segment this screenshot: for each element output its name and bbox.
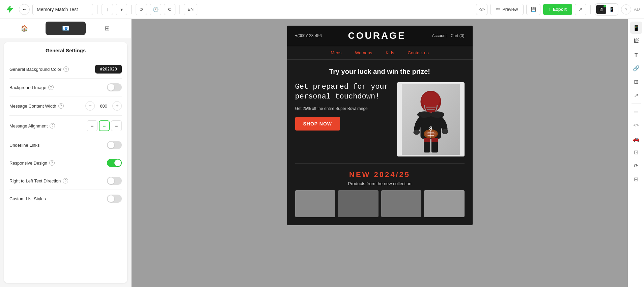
settings-tab[interactable]: 📧 [46,22,86,35]
nav-womens[interactable]: Womens [355,50,372,55]
setting-message-alignment: Message Alignment ? ≡ ≡ ≡ [9,116,122,136]
separator [131,5,132,14]
ad-label: AD [634,7,640,12]
image-panel-button[interactable]: 🖼 [630,35,642,47]
eye-icon: 👁 [496,7,500,12]
redo-button[interactable]: ↻ [164,4,175,15]
share-button[interactable]: ↗ [575,4,586,15]
help-icon[interactable]: ? [48,85,54,90]
align-right-button[interactable]: ≡ [111,120,122,131]
help-icon[interactable]: ? [50,123,55,128]
svg-point-6 [417,111,431,118]
email-divider [295,163,465,164]
setting-label: Underline Links [9,143,40,148]
mobile-view-button[interactable]: 📱 [607,5,617,14]
preview-button[interactable]: 👁 Preview [490,4,524,15]
language-selector[interactable]: EN [184,4,197,15]
setting-label-text: Message Content Width [9,104,56,109]
setting-label-text: Right to Left Text Direction [9,178,61,183]
divider-panel-button[interactable]: ═ [630,106,642,118]
export-button[interactable]: ↑ Export [543,4,572,15]
align-right-icon: ≡ [115,123,118,128]
timer-panel-button[interactable]: ⟳ [630,160,642,172]
cart-link: Cart (0) [451,33,465,38]
email-product-image: 8 [397,82,465,156]
desktop-btn-wrap: 🖥 [596,5,606,14]
dropdown-button[interactable]: ▾ [116,4,127,15]
text-panel-button[interactable]: T [630,49,642,61]
settings-icon: 📧 [62,25,69,32]
setting-label: Background Image ? [9,85,54,90]
width-decrease-button[interactable]: − [85,101,95,111]
help-icon[interactable]: ? [63,66,69,72]
share-panel-icon: ↗ [634,92,638,98]
nav-contact[interactable]: Contact us [408,50,429,55]
preview-label: Preview [502,7,518,12]
undo-button[interactable]: ↺ [136,4,147,15]
svg-point-7 [430,111,444,118]
code-view-button[interactable]: </> [476,4,487,15]
project-title-input[interactable] [32,4,93,15]
preview-area: +(000)123-456 COURAGE Account Cart (0) M… [132,19,628,287]
link-panel-button[interactable]: 🔗 [630,62,642,74]
email-phone: +(000)123-456 [295,33,322,38]
setting-background-image: Background Image ? [9,79,122,96]
help-icon[interactable]: ? [63,178,68,183]
svg-rect-18 [424,138,430,142]
setting-label-text: General Background Color [9,67,61,72]
setting-label: Message Content Width ? [9,103,64,109]
nav-mens[interactable]: Mens [331,50,341,55]
upload-button[interactable]: ↑ [102,4,113,15]
custom-list-styles-toggle[interactable] [107,195,122,203]
pages-tab[interactable]: 🏠 [4,22,44,35]
embed-panel-button[interactable]: ⊡ [630,146,642,158]
width-increase-button[interactable]: + [112,101,122,111]
align-center-button[interactable]: ≡ [99,120,110,131]
right-sidebar: 📱 🖼 T 🔗 ⊞ ↗ ═ </> 🚗 ⊡ ⟳ [628,19,644,287]
gallery-panel-button[interactable]: ⊟ [630,173,642,185]
background-image-toggle[interactable] [107,83,122,91]
share-icon: ↗ [579,7,583,12]
color-value: #202020 [100,67,117,71]
history-button[interactable]: 🕐 [150,4,161,15]
underline-links-toggle[interactable] [107,141,122,149]
nav-kids[interactable]: Kids [386,50,394,55]
rtl-toggle[interactable] [107,177,122,185]
help-icon[interactable]: ? [58,103,64,109]
separator [590,5,591,14]
save-button[interactable]: 💾 [526,4,540,15]
active-indicator [604,5,606,7]
panel-tabs: 🏠 📧 ⊞ [0,19,131,38]
email-new-section: NEW 2024/25 Products from the new collec… [295,170,465,190]
color-picker-button[interactable]: #202020 [95,65,122,74]
device-switcher: 🖥 📱 [595,3,618,16]
preview-panel-button[interactable]: 📱 [630,22,642,34]
align-left-icon: ≡ [91,123,93,128]
share-panel-button[interactable]: ↗ [630,89,642,101]
separator [179,5,180,14]
topbar-right-actions: </> 👁 Preview 💾 ↑ Export ↗ 🖥 📱 ? AD [476,3,640,16]
align-left-button[interactable]: ≡ [87,120,97,131]
email-new-sub: Products from the new collection [295,181,465,186]
back-button[interactable]: ← [19,4,30,15]
help-icon[interactable]: ? [49,160,55,166]
timer-icon: ⟳ [634,163,638,169]
email-body: Try your luck and win the prize! Get pre… [287,60,473,225]
responsive-design-toggle[interactable] [107,159,122,167]
email-product-row [295,190,465,217]
help-button[interactable]: ? [621,4,631,15]
layout-icon: ⊞ [634,79,638,85]
language-label: EN [188,7,194,12]
svg-rect-19 [431,138,438,142]
back-icon: ← [22,7,26,12]
form-panel-button[interactable]: 🚗 [630,133,642,145]
code-panel-button[interactable]: </> [630,119,642,131]
email-cta-button[interactable]: SHOP NOW [295,117,340,131]
email-headline: Try your luck and win the prize! [295,68,465,76]
setting-label: General Background Color ? [9,66,69,72]
layers-tab[interactable]: ⊞ [87,22,127,35]
text-icon: T [635,52,638,58]
layout-panel-button[interactable]: ⊞ [630,76,642,88]
email-nav-row: Mens Womens Kids Contact us [287,46,473,60]
product-thumb-3 [381,190,422,217]
